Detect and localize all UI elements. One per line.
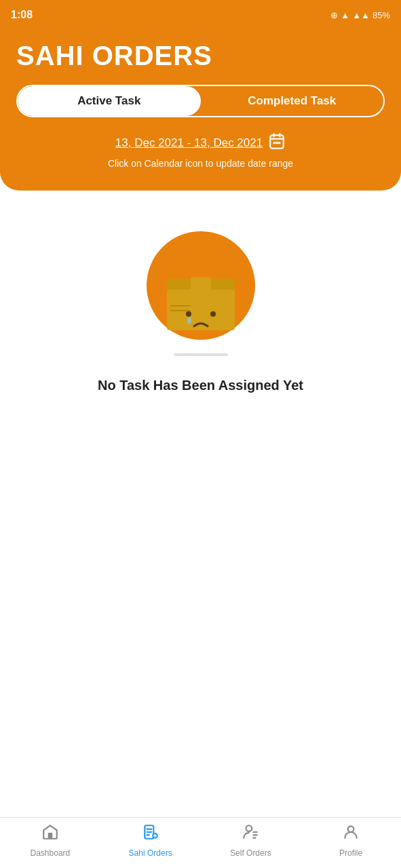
nav-item-profile[interactable]: Profile — [301, 823, 401, 858]
nav-item-dashboard[interactable]: Dashboard — [0, 823, 100, 858]
main-content: No Task Has Been Assigned Yet — [0, 191, 401, 817]
battery-level: 85% — [373, 10, 390, 20]
svg-rect-4 — [273, 142, 275, 144]
bottom-nav: Dashboard Sahi Orders — [0, 817, 401, 868]
empty-state-message: No Task Has Been Assigned Yet — [98, 378, 303, 393]
signal-icon: ▲▲ — [352, 10, 370, 20]
empty-state-illustration — [147, 231, 255, 340]
profile-label: Profile — [339, 848, 362, 858]
nav-item-self-orders[interactable]: Self Orders — [201, 823, 301, 858]
dashboard-icon — [41, 823, 59, 846]
svg-point-27 — [348, 826, 354, 832]
header: SAHI ORDERS Active Task Completed Task 1… — [0, 30, 401, 191]
wifi-icon: ▲ — [341, 10, 349, 20]
svg-rect-6 — [278, 142, 280, 144]
sahi-orders-icon — [142, 823, 159, 846]
svg-point-23 — [246, 825, 252, 831]
status-time: 1:08 — [11, 9, 33, 21]
status-icons: ⊕ ▲ ▲▲ 85% — [330, 10, 390, 20]
date-hint: Click on Calendar icon to update date ra… — [16, 158, 385, 169]
svg-rect-0 — [270, 135, 284, 149]
dashboard-label: Dashboard — [31, 848, 71, 858]
nav-item-sahi-orders[interactable]: Sahi Orders — [100, 823, 201, 858]
bluetooth-icon: ⊕ — [330, 10, 338, 20]
sahi-orders-label: Sahi Orders — [129, 848, 172, 858]
svg-point-13 — [210, 311, 216, 317]
box-illustration — [160, 272, 242, 340]
status-bar: 1:08 ⊕ ▲ ▲▲ 85% — [0, 0, 401, 30]
completed-task-tab[interactable]: Completed Task — [201, 86, 384, 116]
divider — [174, 353, 228, 356]
date-range-text: 13, Dec 2021 - 13, Dec 2021 — [115, 136, 263, 150]
self-orders-icon — [242, 823, 259, 846]
task-toggle[interactable]: Active Task Completed Task — [16, 85, 385, 117]
self-orders-label: Self Orders — [230, 848, 271, 858]
svg-point-12 — [186, 311, 191, 317]
svg-rect-15 — [48, 833, 53, 839]
svg-point-14 — [187, 317, 191, 324]
date-range-row: 13, Dec 2021 - 13, Dec 2021 — [16, 132, 385, 154]
svg-rect-5 — [276, 142, 278, 144]
app-title: SAHI ORDERS — [16, 41, 385, 71]
profile-icon — [342, 823, 360, 846]
active-task-tab[interactable]: Active Task — [18, 86, 201, 116]
calendar-icon[interactable] — [268, 132, 286, 154]
